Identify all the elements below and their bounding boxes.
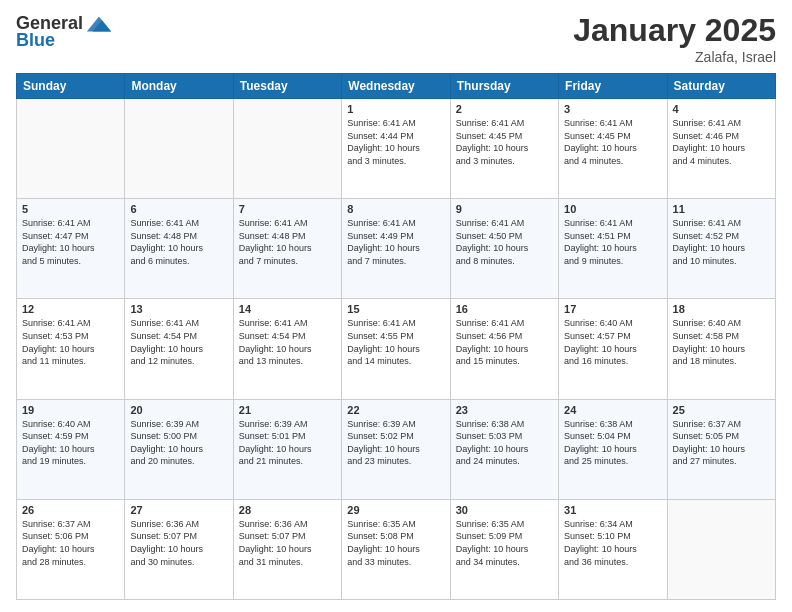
day-info: Sunrise: 6:41 AMSunset: 4:54 PMDaylight:…	[130, 317, 227, 367]
day-info: Sunrise: 6:41 AMSunset: 4:46 PMDaylight:…	[673, 117, 770, 167]
table-row: 22Sunrise: 6:39 AMSunset: 5:02 PMDayligh…	[342, 399, 450, 499]
day-number: 13	[130, 303, 227, 315]
col-sunday: Sunday	[17, 74, 125, 99]
day-info: Sunrise: 6:41 AMSunset: 4:45 PMDaylight:…	[456, 117, 553, 167]
table-row: 15Sunrise: 6:41 AMSunset: 4:55 PMDayligh…	[342, 299, 450, 399]
table-row: 16Sunrise: 6:41 AMSunset: 4:56 PMDayligh…	[450, 299, 558, 399]
table-row: 26Sunrise: 6:37 AMSunset: 5:06 PMDayligh…	[17, 499, 125, 599]
calendar-week-row: 26Sunrise: 6:37 AMSunset: 5:06 PMDayligh…	[17, 499, 776, 599]
day-info: Sunrise: 6:37 AMSunset: 5:05 PMDaylight:…	[673, 418, 770, 468]
table-row: 27Sunrise: 6:36 AMSunset: 5:07 PMDayligh…	[125, 499, 233, 599]
day-number: 24	[564, 404, 661, 416]
table-row: 11Sunrise: 6:41 AMSunset: 4:52 PMDayligh…	[667, 199, 775, 299]
table-row: 30Sunrise: 6:35 AMSunset: 5:09 PMDayligh…	[450, 499, 558, 599]
day-info: Sunrise: 6:40 AMSunset: 4:59 PMDaylight:…	[22, 418, 119, 468]
table-row: 23Sunrise: 6:38 AMSunset: 5:03 PMDayligh…	[450, 399, 558, 499]
day-number: 22	[347, 404, 444, 416]
col-saturday: Saturday	[667, 74, 775, 99]
day-info: Sunrise: 6:36 AMSunset: 5:07 PMDaylight:…	[239, 518, 336, 568]
day-number: 8	[347, 203, 444, 215]
day-number: 1	[347, 103, 444, 115]
calendar-week-row: 1Sunrise: 6:41 AMSunset: 4:44 PMDaylight…	[17, 99, 776, 199]
day-number: 23	[456, 404, 553, 416]
day-info: Sunrise: 6:41 AMSunset: 4:50 PMDaylight:…	[456, 217, 553, 267]
day-info: Sunrise: 6:39 AMSunset: 5:01 PMDaylight:…	[239, 418, 336, 468]
calendar-week-row: 12Sunrise: 6:41 AMSunset: 4:53 PMDayligh…	[17, 299, 776, 399]
day-number: 25	[673, 404, 770, 416]
table-row: 25Sunrise: 6:37 AMSunset: 5:05 PMDayligh…	[667, 399, 775, 499]
table-row: 1Sunrise: 6:41 AMSunset: 4:44 PMDaylight…	[342, 99, 450, 199]
day-number: 3	[564, 103, 661, 115]
day-info: Sunrise: 6:41 AMSunset: 4:49 PMDaylight:…	[347, 217, 444, 267]
day-number: 28	[239, 504, 336, 516]
day-info: Sunrise: 6:38 AMSunset: 5:03 PMDaylight:…	[456, 418, 553, 468]
table-row	[125, 99, 233, 199]
day-number: 9	[456, 203, 553, 215]
day-info: Sunrise: 6:39 AMSunset: 5:00 PMDaylight:…	[130, 418, 227, 468]
col-tuesday: Tuesday	[233, 74, 341, 99]
day-number: 14	[239, 303, 336, 315]
table-row: 2Sunrise: 6:41 AMSunset: 4:45 PMDaylight…	[450, 99, 558, 199]
table-row: 24Sunrise: 6:38 AMSunset: 5:04 PMDayligh…	[559, 399, 667, 499]
day-number: 4	[673, 103, 770, 115]
table-row: 4Sunrise: 6:41 AMSunset: 4:46 PMDaylight…	[667, 99, 775, 199]
table-row: 7Sunrise: 6:41 AMSunset: 4:48 PMDaylight…	[233, 199, 341, 299]
col-monday: Monday	[125, 74, 233, 99]
day-info: Sunrise: 6:41 AMSunset: 4:47 PMDaylight:…	[22, 217, 119, 267]
day-info: Sunrise: 6:40 AMSunset: 4:58 PMDaylight:…	[673, 317, 770, 367]
day-number: 2	[456, 103, 553, 115]
table-row: 29Sunrise: 6:35 AMSunset: 5:08 PMDayligh…	[342, 499, 450, 599]
day-info: Sunrise: 6:41 AMSunset: 4:48 PMDaylight:…	[130, 217, 227, 267]
day-info: Sunrise: 6:41 AMSunset: 4:48 PMDaylight:…	[239, 217, 336, 267]
calendar-week-row: 5Sunrise: 6:41 AMSunset: 4:47 PMDaylight…	[17, 199, 776, 299]
day-number: 29	[347, 504, 444, 516]
title-block: January 2025 Zalafa, Israel	[573, 12, 776, 65]
table-row: 21Sunrise: 6:39 AMSunset: 5:01 PMDayligh…	[233, 399, 341, 499]
col-friday: Friday	[559, 74, 667, 99]
day-info: Sunrise: 6:34 AMSunset: 5:10 PMDaylight:…	[564, 518, 661, 568]
logo: General Blue	[16, 12, 113, 51]
day-info: Sunrise: 6:35 AMSunset: 5:09 PMDaylight:…	[456, 518, 553, 568]
day-number: 30	[456, 504, 553, 516]
day-number: 5	[22, 203, 119, 215]
day-info: Sunrise: 6:40 AMSunset: 4:57 PMDaylight:…	[564, 317, 661, 367]
table-row	[667, 499, 775, 599]
day-number: 18	[673, 303, 770, 315]
table-row: 13Sunrise: 6:41 AMSunset: 4:54 PMDayligh…	[125, 299, 233, 399]
day-number: 21	[239, 404, 336, 416]
day-info: Sunrise: 6:35 AMSunset: 5:08 PMDaylight:…	[347, 518, 444, 568]
table-row	[233, 99, 341, 199]
calendar-week-row: 19Sunrise: 6:40 AMSunset: 4:59 PMDayligh…	[17, 399, 776, 499]
day-info: Sunrise: 6:41 AMSunset: 4:55 PMDaylight:…	[347, 317, 444, 367]
day-number: 19	[22, 404, 119, 416]
day-info: Sunrise: 6:37 AMSunset: 5:06 PMDaylight:…	[22, 518, 119, 568]
col-thursday: Thursday	[450, 74, 558, 99]
day-number: 27	[130, 504, 227, 516]
table-row: 17Sunrise: 6:40 AMSunset: 4:57 PMDayligh…	[559, 299, 667, 399]
month-title: January 2025	[573, 12, 776, 49]
table-row: 14Sunrise: 6:41 AMSunset: 4:54 PMDayligh…	[233, 299, 341, 399]
day-number: 11	[673, 203, 770, 215]
table-row: 5Sunrise: 6:41 AMSunset: 4:47 PMDaylight…	[17, 199, 125, 299]
table-row: 6Sunrise: 6:41 AMSunset: 4:48 PMDaylight…	[125, 199, 233, 299]
table-row: 8Sunrise: 6:41 AMSunset: 4:49 PMDaylight…	[342, 199, 450, 299]
day-info: Sunrise: 6:41 AMSunset: 4:44 PMDaylight:…	[347, 117, 444, 167]
day-number: 17	[564, 303, 661, 315]
table-row: 12Sunrise: 6:41 AMSunset: 4:53 PMDayligh…	[17, 299, 125, 399]
table-row: 10Sunrise: 6:41 AMSunset: 4:51 PMDayligh…	[559, 199, 667, 299]
day-info: Sunrise: 6:38 AMSunset: 5:04 PMDaylight:…	[564, 418, 661, 468]
day-info: Sunrise: 6:41 AMSunset: 4:56 PMDaylight:…	[456, 317, 553, 367]
table-row: 31Sunrise: 6:34 AMSunset: 5:10 PMDayligh…	[559, 499, 667, 599]
day-info: Sunrise: 6:41 AMSunset: 4:53 PMDaylight:…	[22, 317, 119, 367]
calendar-header-row: Sunday Monday Tuesday Wednesday Thursday…	[17, 74, 776, 99]
day-number: 16	[456, 303, 553, 315]
day-info: Sunrise: 6:41 AMSunset: 4:51 PMDaylight:…	[564, 217, 661, 267]
day-info: Sunrise: 6:41 AMSunset: 4:45 PMDaylight:…	[564, 117, 661, 167]
day-number: 6	[130, 203, 227, 215]
day-info: Sunrise: 6:39 AMSunset: 5:02 PMDaylight:…	[347, 418, 444, 468]
day-number: 20	[130, 404, 227, 416]
table-row: 9Sunrise: 6:41 AMSunset: 4:50 PMDaylight…	[450, 199, 558, 299]
table-row: 20Sunrise: 6:39 AMSunset: 5:00 PMDayligh…	[125, 399, 233, 499]
page-header: General Blue January 2025 Zalafa, Israel	[16, 12, 776, 65]
col-wednesday: Wednesday	[342, 74, 450, 99]
